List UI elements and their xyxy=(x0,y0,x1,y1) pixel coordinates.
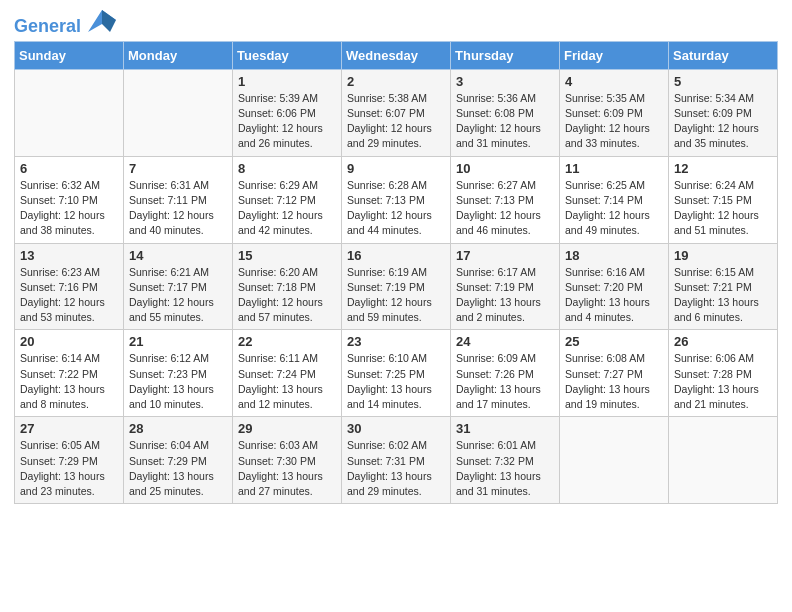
day-detail: Sunrise: 6:01 AM Sunset: 7:32 PM Dayligh… xyxy=(456,438,554,499)
day-detail: Sunrise: 6:32 AM Sunset: 7:10 PM Dayligh… xyxy=(20,178,118,239)
calendar-cell: 29Sunrise: 6:03 AM Sunset: 7:30 PM Dayli… xyxy=(233,417,342,504)
day-number: 26 xyxy=(674,334,772,349)
day-number: 23 xyxy=(347,334,445,349)
calendar-cell: 13Sunrise: 6:23 AM Sunset: 7:16 PM Dayli… xyxy=(15,243,124,330)
day-detail: Sunrise: 5:36 AM Sunset: 6:08 PM Dayligh… xyxy=(456,91,554,152)
weekday-header-sunday: Sunday xyxy=(15,41,124,69)
day-detail: Sunrise: 5:38 AM Sunset: 6:07 PM Dayligh… xyxy=(347,91,445,152)
calendar-cell xyxy=(560,417,669,504)
day-detail: Sunrise: 6:25 AM Sunset: 7:14 PM Dayligh… xyxy=(565,178,663,239)
day-number: 20 xyxy=(20,334,118,349)
day-number: 9 xyxy=(347,161,445,176)
day-detail: Sunrise: 6:19 AM Sunset: 7:19 PM Dayligh… xyxy=(347,265,445,326)
calendar-cell: 15Sunrise: 6:20 AM Sunset: 7:18 PM Dayli… xyxy=(233,243,342,330)
day-detail: Sunrise: 6:15 AM Sunset: 7:21 PM Dayligh… xyxy=(674,265,772,326)
day-detail: Sunrise: 6:08 AM Sunset: 7:27 PM Dayligh… xyxy=(565,351,663,412)
calendar-cell: 4Sunrise: 5:35 AM Sunset: 6:09 PM Daylig… xyxy=(560,69,669,156)
calendar-cell: 5Sunrise: 5:34 AM Sunset: 6:09 PM Daylig… xyxy=(669,69,778,156)
calendar-cell: 23Sunrise: 6:10 AM Sunset: 7:25 PM Dayli… xyxy=(342,330,451,417)
calendar-cell: 10Sunrise: 6:27 AM Sunset: 7:13 PM Dayli… xyxy=(451,156,560,243)
calendar-cell: 30Sunrise: 6:02 AM Sunset: 7:31 PM Dayli… xyxy=(342,417,451,504)
weekday-header-wednesday: Wednesday xyxy=(342,41,451,69)
day-detail: Sunrise: 6:27 AM Sunset: 7:13 PM Dayligh… xyxy=(456,178,554,239)
day-number: 21 xyxy=(129,334,227,349)
calendar-cell: 14Sunrise: 6:21 AM Sunset: 7:17 PM Dayli… xyxy=(124,243,233,330)
day-detail: Sunrise: 6:31 AM Sunset: 7:11 PM Dayligh… xyxy=(129,178,227,239)
day-detail: Sunrise: 6:09 AM Sunset: 7:26 PM Dayligh… xyxy=(456,351,554,412)
calendar-cell: 16Sunrise: 6:19 AM Sunset: 7:19 PM Dayli… xyxy=(342,243,451,330)
day-detail: Sunrise: 5:35 AM Sunset: 6:09 PM Dayligh… xyxy=(565,91,663,152)
calendar-cell: 17Sunrise: 6:17 AM Sunset: 7:19 PM Dayli… xyxy=(451,243,560,330)
day-detail: Sunrise: 5:34 AM Sunset: 6:09 PM Dayligh… xyxy=(674,91,772,152)
day-detail: Sunrise: 6:23 AM Sunset: 7:16 PM Dayligh… xyxy=(20,265,118,326)
day-number: 24 xyxy=(456,334,554,349)
day-number: 1 xyxy=(238,74,336,89)
weekday-header-thursday: Thursday xyxy=(451,41,560,69)
day-number: 6 xyxy=(20,161,118,176)
day-detail: Sunrise: 6:12 AM Sunset: 7:23 PM Dayligh… xyxy=(129,351,227,412)
header: General xyxy=(14,10,778,37)
calendar-week-row: 27Sunrise: 6:05 AM Sunset: 7:29 PM Dayli… xyxy=(15,417,778,504)
day-number: 29 xyxy=(238,421,336,436)
day-number: 4 xyxy=(565,74,663,89)
day-detail: Sunrise: 6:24 AM Sunset: 7:15 PM Dayligh… xyxy=(674,178,772,239)
calendar-week-row: 20Sunrise: 6:14 AM Sunset: 7:22 PM Dayli… xyxy=(15,330,778,417)
calendar-page: General SundayMondayTuesdayWednesdayThur… xyxy=(0,0,792,514)
calendar-cell: 9Sunrise: 6:28 AM Sunset: 7:13 PM Daylig… xyxy=(342,156,451,243)
day-detail: Sunrise: 6:05 AM Sunset: 7:29 PM Dayligh… xyxy=(20,438,118,499)
calendar-cell: 8Sunrise: 6:29 AM Sunset: 7:12 PM Daylig… xyxy=(233,156,342,243)
logo-general: General xyxy=(14,16,81,36)
day-number: 31 xyxy=(456,421,554,436)
day-number: 27 xyxy=(20,421,118,436)
day-number: 8 xyxy=(238,161,336,176)
day-number: 14 xyxy=(129,248,227,263)
calendar-cell: 22Sunrise: 6:11 AM Sunset: 7:24 PM Dayli… xyxy=(233,330,342,417)
calendar-cell xyxy=(124,69,233,156)
svg-marker-1 xyxy=(102,10,116,32)
day-number: 15 xyxy=(238,248,336,263)
day-detail: Sunrise: 6:20 AM Sunset: 7:18 PM Dayligh… xyxy=(238,265,336,326)
day-number: 11 xyxy=(565,161,663,176)
calendar-cell: 11Sunrise: 6:25 AM Sunset: 7:14 PM Dayli… xyxy=(560,156,669,243)
day-number: 3 xyxy=(456,74,554,89)
calendar-cell: 1Sunrise: 5:39 AM Sunset: 6:06 PM Daylig… xyxy=(233,69,342,156)
day-detail: Sunrise: 6:10 AM Sunset: 7:25 PM Dayligh… xyxy=(347,351,445,412)
calendar-cell xyxy=(15,69,124,156)
day-number: 10 xyxy=(456,161,554,176)
day-detail: Sunrise: 6:17 AM Sunset: 7:19 PM Dayligh… xyxy=(456,265,554,326)
day-number: 19 xyxy=(674,248,772,263)
weekday-header-saturday: Saturday xyxy=(669,41,778,69)
day-detail: Sunrise: 6:04 AM Sunset: 7:29 PM Dayligh… xyxy=(129,438,227,499)
day-detail: Sunrise: 6:02 AM Sunset: 7:31 PM Dayligh… xyxy=(347,438,445,499)
day-detail: Sunrise: 6:14 AM Sunset: 7:22 PM Dayligh… xyxy=(20,351,118,412)
day-detail: Sunrise: 6:29 AM Sunset: 7:12 PM Dayligh… xyxy=(238,178,336,239)
day-detail: Sunrise: 5:39 AM Sunset: 6:06 PM Dayligh… xyxy=(238,91,336,152)
day-number: 7 xyxy=(129,161,227,176)
calendar-cell: 19Sunrise: 6:15 AM Sunset: 7:21 PM Dayli… xyxy=(669,243,778,330)
calendar-cell: 6Sunrise: 6:32 AM Sunset: 7:10 PM Daylig… xyxy=(15,156,124,243)
day-number: 17 xyxy=(456,248,554,263)
day-number: 28 xyxy=(129,421,227,436)
calendar-cell xyxy=(669,417,778,504)
calendar-cell: 28Sunrise: 6:04 AM Sunset: 7:29 PM Dayli… xyxy=(124,417,233,504)
day-number: 18 xyxy=(565,248,663,263)
day-number: 30 xyxy=(347,421,445,436)
calendar-cell: 3Sunrise: 5:36 AM Sunset: 6:08 PM Daylig… xyxy=(451,69,560,156)
day-number: 25 xyxy=(565,334,663,349)
day-number: 13 xyxy=(20,248,118,263)
day-number: 2 xyxy=(347,74,445,89)
calendar-week-row: 1Sunrise: 5:39 AM Sunset: 6:06 PM Daylig… xyxy=(15,69,778,156)
calendar-cell: 31Sunrise: 6:01 AM Sunset: 7:32 PM Dayli… xyxy=(451,417,560,504)
day-number: 12 xyxy=(674,161,772,176)
calendar-cell: 24Sunrise: 6:09 AM Sunset: 7:26 PM Dayli… xyxy=(451,330,560,417)
calendar-cell: 12Sunrise: 6:24 AM Sunset: 7:15 PM Dayli… xyxy=(669,156,778,243)
day-detail: Sunrise: 6:03 AM Sunset: 7:30 PM Dayligh… xyxy=(238,438,336,499)
day-detail: Sunrise: 6:06 AM Sunset: 7:28 PM Dayligh… xyxy=(674,351,772,412)
day-number: 16 xyxy=(347,248,445,263)
weekday-header-tuesday: Tuesday xyxy=(233,41,342,69)
calendar-cell: 26Sunrise: 6:06 AM Sunset: 7:28 PM Dayli… xyxy=(669,330,778,417)
calendar-cell: 2Sunrise: 5:38 AM Sunset: 6:07 PM Daylig… xyxy=(342,69,451,156)
calendar-table: SundayMondayTuesdayWednesdayThursdayFrid… xyxy=(14,41,778,504)
calendar-cell: 21Sunrise: 6:12 AM Sunset: 7:23 PM Dayli… xyxy=(124,330,233,417)
day-number: 22 xyxy=(238,334,336,349)
